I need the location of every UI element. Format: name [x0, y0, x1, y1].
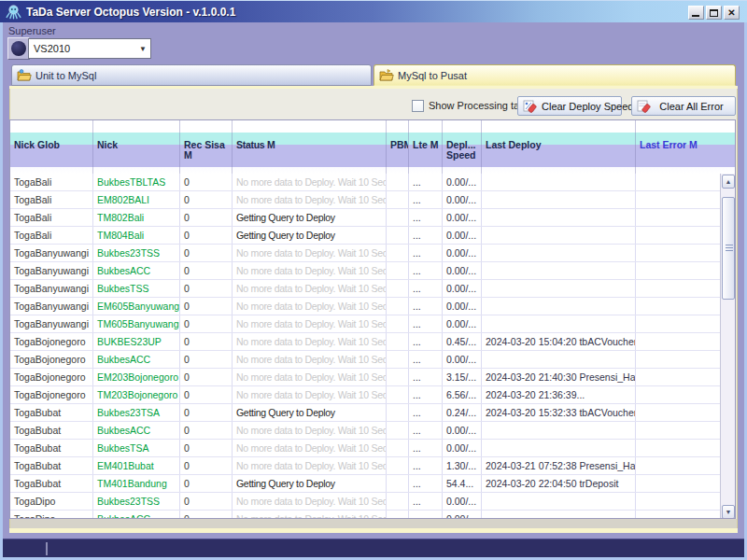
- cell-speed: 0.00/...: [443, 315, 482, 332]
- combobox-value: VS2010: [29, 43, 135, 54]
- column-header[interactable]: Last Error M: [636, 120, 735, 174]
- column-header[interactable]: Lte M: [409, 120, 443, 174]
- tab-unit-to-mysql[interactable]: Unit to MySql: [11, 64, 372, 86]
- window-border-left: [0, 22, 3, 557]
- cell-nick_glob: TogaBojonegoro: [10, 369, 93, 385]
- table-row[interactable]: TogaBaliTM802Bali0Getting Query to Deplo…: [10, 209, 735, 227]
- close-button[interactable]: ✕: [724, 6, 740, 20]
- cell-last_deploy: 2024-03-20 21:36:39...: [482, 386, 636, 403]
- cell-pbm: [387, 227, 409, 244]
- eraser-icon: [523, 99, 538, 113]
- cell-speed: 0.24/...: [443, 404, 482, 421]
- cell-nick_glob: TogaBanyuwangi: [10, 245, 93, 261]
- scrollbar-thumb[interactable]: [722, 197, 735, 300]
- cell-rec_sisa: 0: [180, 475, 233, 492]
- close-icon: ✕: [725, 7, 739, 19]
- cell-status: No more data to Deploy. Wait 10 Sec: [233, 511, 387, 519]
- table-row[interactable]: TogaDipoBukbes23TSS0No more data to Depl…: [10, 493, 735, 511]
- minimize-button[interactable]: [688, 6, 704, 20]
- column-header[interactable]: PBM: [387, 120, 409, 174]
- table-row[interactable]: TogaBaliBukbesTBLTAS0No more data to Dep…: [10, 174, 735, 191]
- column-header[interactable]: Depl... Speed: [443, 120, 482, 174]
- cell-speed: 3.15/...: [443, 369, 482, 385]
- table-row[interactable]: TogaBaliTM804Bali0Getting Query to Deplo…: [10, 227, 735, 245]
- cell-last_deploy: [482, 245, 636, 261]
- cell-nick: BukbesACC: [93, 351, 180, 368]
- table-row[interactable]: TogaBojonegoroBUKBES23UP0No more data to…: [10, 333, 735, 351]
- show-processing-checkbox[interactable]: [412, 100, 424, 112]
- cell-nick: EM401Bubat: [93, 457, 180, 474]
- cell-status: No more data to Deploy. Wait 10 Sec: [233, 191, 387, 208]
- cell-last_deploy: [482, 280, 636, 297]
- table-row[interactable]: TogaBubatBukbesTSA0No more data to Deplo…: [10, 440, 735, 457]
- cell-last_deploy: [482, 298, 636, 315]
- table-row[interactable]: TogaBanyuwangiBukbes23TSS0No more data t…: [10, 245, 735, 262]
- tab-label: Unit to MySql: [35, 70, 96, 81]
- cell-pbm: [387, 440, 409, 456]
- cell-rec_sisa: 0: [180, 262, 233, 279]
- cell-nick: BukbesACC: [93, 422, 180, 439]
- column-header[interactable]: Last Deploy: [482, 120, 636, 174]
- maximize-button[interactable]: [706, 6, 722, 20]
- column-header[interactable]: Nick Glob: [10, 120, 93, 174]
- app-window: TaDa Server Octopus Version - v.1.0.0.1 …: [0, 0, 747, 560]
- table-row[interactable]: TogaBanyuwangiTM605Banyuwangi0No more da…: [10, 315, 735, 333]
- cell-rec_sisa: 0: [180, 315, 233, 332]
- table-row[interactable]: TogaBojonegoroEM203Bojonegoro0No more da…: [10, 369, 735, 386]
- table-row[interactable]: TogaBanyuwangiBukbesACC0No more data to …: [10, 262, 735, 280]
- grid-footer-strip: [10, 519, 737, 528]
- version-combobox[interactable]: VS2010 ▼: [28, 38, 151, 59]
- cell-nick: EM802BALI: [93, 191, 180, 208]
- column-header[interactable]: Rec Sisa M: [180, 120, 233, 174]
- column-header[interactable]: Nick: [93, 120, 180, 174]
- table-row[interactable]: TogaBojonegoroBukbesACC0No more data to …: [10, 351, 735, 369]
- cell-status: No more data to Deploy. Wait 10 Sec: [233, 174, 387, 190]
- cell-last_deploy: 2024-03-20 22:04:50 trDeposit: [482, 475, 636, 492]
- table-row[interactable]: TogaBojonegoroTM203Bojonegoro0No more da…: [10, 386, 735, 404]
- cell-lte: ...: [409, 511, 443, 519]
- chevron-down-icon[interactable]: ▼: [135, 45, 150, 53]
- cell-rec_sisa: 0: [180, 440, 233, 456]
- cell-nick_glob: TogaBubat: [10, 475, 93, 492]
- table-row[interactable]: TogaBubatBukbesACC0No more data to Deplo…: [10, 422, 735, 440]
- vertical-scrollbar[interactable]: ▲ ▼: [720, 174, 735, 519]
- cell-lte: ...: [409, 457, 443, 474]
- tab-mysql-to-pusat[interactable]: MySql to Pusat: [374, 64, 736, 86]
- title-bar[interactable]: TaDa Server Octopus Version - v.1.0.0.1 …: [0, 0, 747, 22]
- cell-nick: BukbesTSS: [93, 280, 180, 297]
- button-label: Clear All Error: [655, 101, 735, 112]
- scroll-down-button[interactable]: ▼: [722, 505, 735, 519]
- table-row[interactable]: TogaBaliEM802BALI0No more data to Deploy…: [10, 191, 735, 209]
- cell-last_deploy: [482, 440, 636, 456]
- cell-speed: 0.00/...: [443, 245, 482, 261]
- cell-nick_glob: TogaBali: [10, 209, 93, 226]
- folder-open-icon: [379, 69, 394, 81]
- cell-lte: ...: [409, 351, 443, 368]
- info-button[interactable]: [7, 37, 30, 60]
- cell-rec_sisa: 0: [180, 422, 233, 439]
- table-row[interactable]: TogaBubatBukbes23TSA0Getting Query to De…: [10, 404, 735, 422]
- table-row[interactable]: TogaBubatTM401Bandung0Getting Query to D…: [10, 475, 735, 493]
- status-bar: [3, 539, 744, 557]
- cell-nick: BUKBES23UP: [93, 333, 180, 350]
- cell-last_deploy: [482, 174, 636, 190]
- table-row[interactable]: TogaBanyuwangiEM605Banyuwangi0No more da…: [10, 298, 735, 315]
- cell-speed: 0.00/...: [443, 280, 482, 297]
- button-label: Clear Deploy Speed: [542, 101, 641, 112]
- clear-all-error-button[interactable]: Clear All Error: [631, 96, 736, 116]
- scroll-up-button[interactable]: ▲: [722, 175, 735, 189]
- cell-nick: BukbesACC: [93, 511, 180, 519]
- eraser-icon: [637, 99, 652, 113]
- cell-pbm: [387, 404, 409, 421]
- table-row[interactable]: TogaBubatEM401Bubat0No more data to Depl…: [10, 457, 735, 475]
- cell-rec_sisa: 0: [180, 209, 233, 226]
- column-header[interactable]: Status M: [233, 120, 387, 174]
- panel-top-strip: [9, 86, 738, 89]
- cell-pbm: [387, 209, 409, 226]
- clear-deploy-speed-button[interactable]: Clear Deploy Speed: [517, 96, 622, 116]
- cell-lte: ...: [409, 475, 443, 492]
- cell-lte: ...: [409, 191, 443, 208]
- table-row[interactable]: TogaDipoBukbesACC0No more data to Deploy…: [10, 511, 735, 519]
- table-row[interactable]: TogaBanyuwangiBukbesTSS0No more data to …: [10, 280, 735, 298]
- cell-speed: 0.00/...: [443, 422, 482, 439]
